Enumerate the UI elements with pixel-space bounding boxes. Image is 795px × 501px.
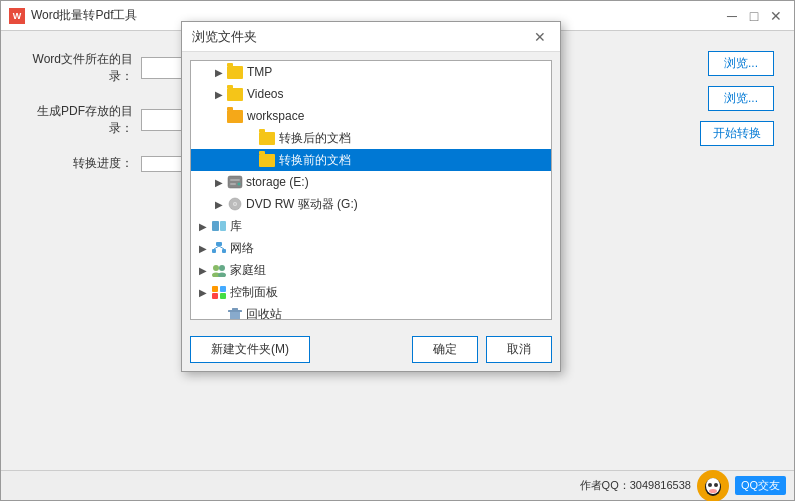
start-convert-button[interactable]: 开始转换 (700, 121, 774, 146)
titlebar-left: W Word批量转Pdf工具 (9, 7, 137, 24)
qq-badge[interactable]: QQ交友 (735, 476, 786, 495)
tree-item-original[interactable]: 转换前的文档 (191, 149, 551, 171)
word-dir-label: Word文件所在的目录： (21, 51, 141, 85)
tree-item-library[interactable]: ▶ 库 (191, 215, 551, 237)
browse-word-button[interactable]: 浏览... (708, 51, 774, 76)
tree-label-homegroup: 家庭组 (230, 262, 266, 279)
svg-rect-1 (230, 179, 240, 181)
tree-label-converted: 转换后的文档 (279, 130, 351, 147)
expander-network: ▶ (195, 243, 211, 254)
tree-label-videos: Videos (247, 87, 283, 101)
dialog-body: ▶ TMP ▶ Videos (182, 52, 560, 328)
folder-icon-original (259, 154, 275, 167)
confirm-button[interactable]: 确定 (412, 336, 478, 363)
svg-rect-10 (212, 249, 216, 253)
expander-homegroup: ▶ (195, 265, 211, 276)
tree-label-controlpanel: 控制面板 (230, 284, 278, 301)
controlpanel-icon (211, 285, 227, 299)
folder-icon-videos (227, 88, 243, 101)
qq-avatar (697, 470, 729, 502)
svg-rect-11 (222, 249, 226, 253)
svg-line-13 (219, 246, 224, 249)
expander-tmp: ▶ (211, 67, 227, 78)
qq-logo-icon (699, 472, 727, 500)
pdf-dir-label: 生成PDF存放的目录： (21, 103, 141, 137)
recycle-icon (227, 307, 243, 320)
expander-storage: ▶ (211, 177, 227, 188)
svg-rect-24 (232, 308, 238, 310)
progress-label: 转换进度： (21, 155, 141, 172)
expander-controlpanel: ▶ (195, 287, 211, 298)
network-icon (211, 241, 227, 255)
svg-point-14 (213, 265, 219, 271)
svg-rect-9 (216, 242, 222, 246)
taskbar: 作者QQ：3049816538 QQ交友 (1, 470, 794, 500)
maximize-button[interactable]: □ (744, 6, 764, 26)
tree-item-videos[interactable]: ▶ Videos (191, 83, 551, 105)
homegroup-icon (211, 263, 227, 277)
tree-item-dvd[interactable]: ▶ DVD RW 驱动器 (G:) (191, 193, 551, 215)
tree-item-storage[interactable]: ▶ storage (E:) (191, 171, 551, 193)
svg-point-28 (714, 483, 718, 487)
tree-item-recycle[interactable]: 回收站 (191, 303, 551, 320)
svg-point-3 (238, 183, 241, 186)
tree-label-dvd: DVD RW 驱动器 (G:) (246, 196, 358, 213)
tree-label-workspace: workspace (247, 109, 304, 123)
svg-rect-0 (228, 176, 242, 188)
svg-rect-23 (228, 310, 242, 312)
dialog-titlebar: 浏览文件夹 ✕ (182, 22, 560, 52)
tree-label-tmp: TMP (247, 65, 272, 79)
folder-tree[interactable]: ▶ TMP ▶ Videos (190, 60, 552, 320)
folder-icon-workspace (227, 110, 243, 123)
dialog-title: 浏览文件夹 (192, 28, 257, 46)
svg-rect-2 (230, 183, 236, 185)
svg-rect-7 (212, 221, 219, 231)
tree-item-network[interactable]: ▶ 网络 (191, 237, 551, 259)
tree-item-workspace[interactable]: workspace (191, 105, 551, 127)
svg-rect-20 (212, 293, 218, 299)
tree-item-homegroup[interactable]: ▶ 家庭组 (191, 259, 551, 281)
folder-icon-converted (259, 132, 275, 145)
folder-icon-tmp (227, 66, 243, 79)
app-icon: W (9, 8, 25, 24)
expander-library: ▶ (195, 221, 211, 232)
close-button[interactable]: ✕ (766, 6, 786, 26)
svg-rect-19 (220, 286, 226, 292)
author-text: 作者QQ：3049816538 (580, 478, 691, 493)
tree-item-tmp[interactable]: ▶ TMP (191, 61, 551, 83)
new-folder-button[interactable]: 新建文件夹(M) (190, 336, 310, 363)
svg-rect-18 (212, 286, 218, 292)
right-buttons: 浏览... 浏览... 开始转换 (700, 51, 774, 146)
expander-dvd: ▶ (211, 199, 227, 210)
expander-videos: ▶ (211, 89, 227, 100)
cancel-button[interactable]: 取消 (486, 336, 552, 363)
tree-item-converted[interactable]: 转换后的文档 (191, 127, 551, 149)
svg-line-12 (214, 246, 219, 249)
svg-point-29 (709, 489, 717, 493)
tree-item-controlpanel[interactable]: ▶ 控制面板 (191, 281, 551, 303)
dialog-footer: 新建文件夹(M) 确定 取消 (182, 328, 560, 371)
svg-rect-21 (220, 293, 226, 299)
tree-label-storage: storage (E:) (246, 175, 309, 189)
svg-point-15 (219, 265, 225, 271)
svg-point-27 (708, 483, 712, 487)
minimize-button[interactable]: ─ (722, 6, 742, 26)
library-icon (211, 219, 227, 233)
main-window: W Word批量转Pdf工具 ─ □ ✕ Word文件所在的目录： 生成PDF存… (0, 0, 795, 501)
app-title: Word批量转Pdf工具 (31, 7, 137, 24)
browse-pdf-button[interactable]: 浏览... (708, 86, 774, 111)
hdd-icon-storage (227, 175, 243, 189)
svg-point-6 (234, 203, 236, 205)
dialog-close-button[interactable]: ✕ (530, 27, 550, 47)
tree-label-network: 网络 (230, 240, 254, 257)
browse-folder-dialog: 浏览文件夹 ✕ ▶ TMP ▶ (181, 21, 561, 372)
tree-label-recycle: 回收站 (246, 306, 282, 321)
svg-rect-8 (220, 221, 226, 231)
tree-label-original: 转换前的文档 (279, 152, 351, 169)
dvd-icon (227, 197, 243, 211)
svg-point-17 (218, 273, 226, 278)
tree-label-library: 库 (230, 218, 242, 235)
svg-rect-22 (230, 311, 240, 320)
